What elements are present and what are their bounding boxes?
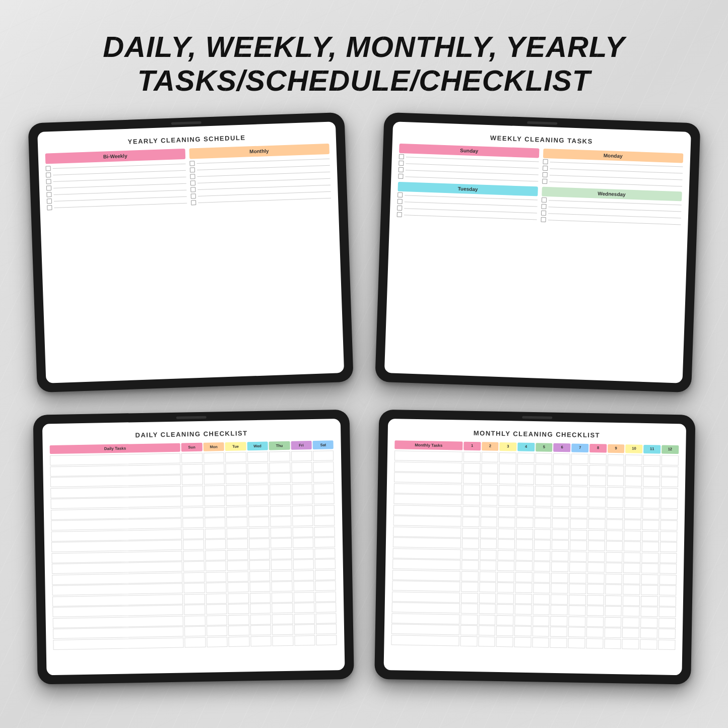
sunday-col: Sunday [398,144,539,184]
yearly-right-col: Monthly [189,144,337,373]
weekly-top-row: Sunday Monday [398,144,683,189]
weekly-tablet: WEEKLY CLEANING TASKS Sunday Mon [375,112,700,393]
weekly-screen: WEEKLY CLEANING TASKS Sunday Mon [384,122,691,383]
yearly-screen: YEARLY CLEANING SCHEDULE Bi-Weekly [37,122,344,383]
month-6-header: 6 [553,443,570,452]
monthly-screen: MONTHLY CLEANING CHECKLIST Monthly Tasks… [383,419,686,675]
biweekly-rows [45,161,187,211]
month-5-header: 5 [535,443,552,452]
daily-table: Daily Tasks Sun Mon Tue Wed Thu Fri Sat [50,441,338,671]
month-8-header: 8 [589,444,607,453]
daily-screen: DAILY CLEANING CHECKLIST Daily Tasks Sun… [42,419,345,675]
sat-header: Sat [313,441,334,450]
month-4-header: 4 [517,443,535,452]
monthly-task-header: Monthly Tasks [394,441,462,450]
monthly-rows [189,156,331,206]
yearly-tablet: YEARLY CLEANING SCHEDULE Bi-Weekly [28,112,354,393]
month-7-header: 7 [571,444,588,453]
thu-header: Thu [269,441,290,450]
monday-col: Monday [542,149,683,189]
weekly-bottom-row: Tuesday Wednesday [396,182,682,227]
monthly-title: MONTHLY CLEANING CHECKLIST [394,428,679,441]
month-3-header: 3 [499,442,516,451]
page-title: DAILY, WEEKLY, MONTHLY, YEARLY TASKS/SCH… [0,0,728,122]
mon-header: Mon [203,442,224,451]
sun-header: Sun [181,443,203,452]
month-11-header: 11 [643,445,660,454]
monday-rows [542,159,682,189]
sunday-rows [398,154,539,184]
wednesday-rows [541,197,681,227]
monthly-table: Monthly Tasks 1 2 3 4 5 6 7 8 9 10 11 12 [390,441,678,671]
month-2-header: 2 [481,442,498,451]
tuesday-rows [396,192,537,222]
wed-header: Wed [247,442,268,451]
month-1-header: 1 [464,442,481,451]
monthly-tablet: MONTHLY CLEANING CHECKLIST Monthly Tasks… [374,410,695,685]
month-10-header: 10 [625,445,642,454]
fri-header: Fri [291,441,312,450]
weekly-grid: Sunday Monday [391,144,683,378]
month-9-header: 9 [607,444,624,453]
yearly-grid: Bi-Weekly Monthly [45,144,337,378]
daily-tablet: DAILY CLEANING CHECKLIST Daily Tasks Sun… [33,410,354,685]
tablets-grid: YEARLY CLEANING SCHEDULE Bi-Weekly [0,122,728,677]
month-12-header: 12 [661,445,678,454]
daily-title: DAILY CLEANING CHECKLIST [49,428,334,441]
wednesday-col: Wednesday [541,187,682,227]
tue-header: Tue [225,442,246,451]
yearly-left-col: Bi-Weekly [45,149,193,378]
daily-task-header: Daily Tasks [50,443,180,454]
tuesday-col: Tuesday [396,182,538,222]
